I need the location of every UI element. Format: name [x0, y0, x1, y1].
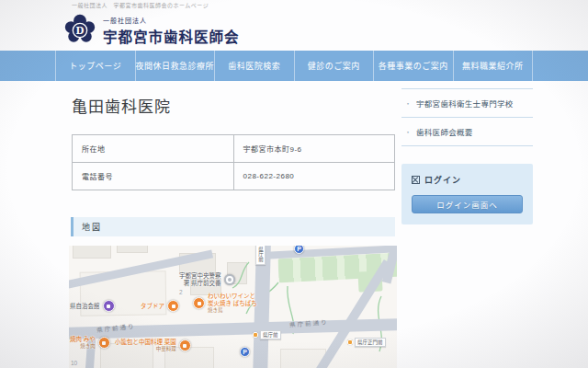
- traffic-signal-icon: [253, 332, 258, 338]
- login-panel: ログイン ログイン画面へ: [401, 164, 533, 224]
- nav-item-programs[interactable]: 各種事業のご案内: [373, 51, 453, 81]
- sidebar-item-hygienist-school[interactable]: ・ 宇都宮歯科衛生士専門学校: [401, 89, 533, 118]
- sidebar: ・ 宇都宮歯科衛生士専門学校 ・ 歯科医師会概要 ログイン ログイン画面へ: [401, 88, 533, 368]
- login-key-icon: [412, 176, 420, 184]
- bullet-icon: ・: [404, 127, 412, 137]
- table-row: 電話番号 028-622-2680: [73, 163, 395, 190]
- nav-item-top[interactable]: トップページ: [55, 51, 135, 81]
- nav-item-jobs[interactable]: 無料職業紹介所: [453, 51, 534, 81]
- site-logo-link[interactable]: D 一般社団法人 宇都宮市歯科医師会: [64, 14, 240, 47]
- poi-restaurant-waiwai[interactable]: わいわいワインと 炭火焼き ばちばち 焼き鳥: [193, 293, 257, 314]
- association-crest-icon: D: [64, 14, 96, 47]
- restaurant-icon: [167, 300, 179, 312]
- intersection-kenchoseimonmae: 県庁正門前: [347, 338, 386, 347]
- public-building-icon: [103, 300, 115, 312]
- poi-restaurant-saien[interactable]: 小籠包と中国料理 菜園 中華料理: [115, 339, 191, 352]
- clinic-info-table: 所在地 宇都宮市本町9-6 電話番号 028-622-2680: [72, 134, 395, 190]
- sidebar-item-association-overview[interactable]: ・ 歯科医師会概要: [401, 118, 533, 146]
- clinic-page-title: 亀田歯科医院: [72, 94, 395, 117]
- main-navigation: トップページ 夜間休日救急診療所 歯科医院検索 健診のご案内 各種事業のご案内 …: [0, 51, 588, 81]
- map-section-header: 地図: [71, 217, 395, 236]
- poi-public-hall[interactable]: 県自治会館: [70, 300, 115, 312]
- nav-item-search[interactable]: 歯科医院検索: [214, 51, 294, 81]
- org-type-label: 一般社団法人: [103, 16, 240, 25]
- intersection-kenchomae: 県庁前: [253, 330, 281, 339]
- phone-label: 電話番号: [73, 163, 234, 190]
- phone-value: 028-622-2680: [233, 163, 395, 190]
- block-number: 10: [71, 360, 77, 366]
- parking-icon[interactable]: P: [240, 347, 250, 357]
- poi-restaurant-tabudoa[interactable]: タブドア: [141, 300, 179, 312]
- nav-item-emergency[interactable]: 夜間休日救急診療所: [135, 51, 215, 81]
- police-icon: [224, 274, 235, 285]
- address-label: 所在地: [73, 135, 234, 163]
- restaurant-icon: [179, 339, 191, 351]
- block-number: 2: [179, 289, 183, 295]
- poi-restaurant-yakiniku[interactable]: 焼肉 みや 焼き肉: [70, 336, 110, 350]
- traffic-signal-icon: [347, 339, 353, 345]
- address-value: 宇都宮市本町9-6: [233, 135, 395, 163]
- nav-item-checkup[interactable]: 健診のご案内: [294, 51, 374, 81]
- table-row: 所在地 宇都宮市本町9-6: [73, 135, 395, 163]
- bullet-icon: ・: [404, 98, 412, 109]
- site-note: 一般社団法人 宇都宮市歯科医師会のホームページ: [72, 1, 209, 9]
- org-name-title: 宇都宮市歯科医師会: [103, 26, 240, 46]
- embedded-map[interactable]: 県庁前通り 県庁前通り 県庁前 2 10 宇都宮中央警察 署 県庁前交番 わいわ…: [69, 246, 397, 368]
- login-title: ログイン: [424, 174, 461, 186]
- restaurant-icon: [193, 297, 205, 309]
- login-button[interactable]: ログイン画面へ: [412, 195, 523, 213]
- poi-police-box[interactable]: 宇都宮中央警察 署 県庁前交番: [179, 272, 235, 287]
- restaurant-icon: [98, 337, 110, 349]
- map-section-heading: 地図: [82, 221, 102, 233]
- vertical-road-sign: 県庁前: [255, 246, 266, 265]
- svg-text:D: D: [76, 25, 85, 36]
